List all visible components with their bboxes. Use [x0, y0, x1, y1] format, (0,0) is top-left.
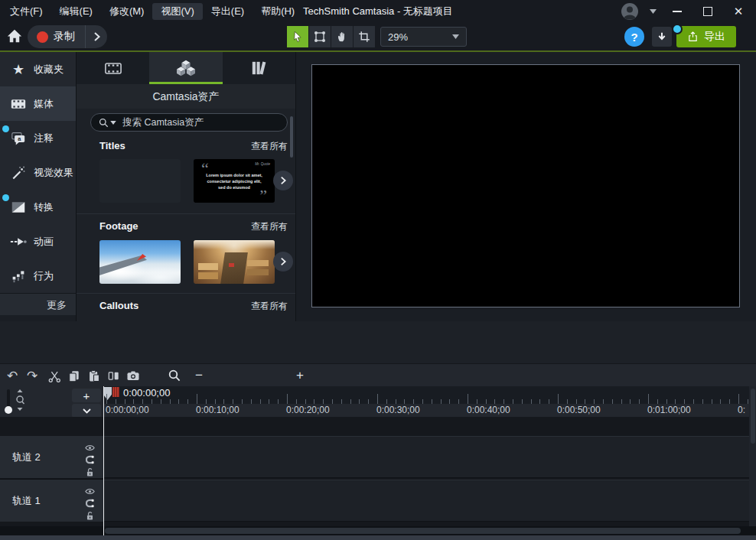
- search-filter-caret-icon: [110, 121, 116, 125]
- sidebar-item-label: 动画: [34, 235, 54, 249]
- pan-tool-button[interactable]: [331, 26, 353, 47]
- sidebar-item-animations[interactable]: 动画: [0, 224, 76, 259]
- home-icon: [6, 28, 23, 44]
- track-name: 轨道 1: [12, 494, 41, 508]
- sidebar-item-behaviors[interactable]: 行为: [0, 259, 76, 293]
- timeline-ruler[interactable]: 0:00:00;00 0:00:00;00 0:00:10;00 0:00:20…: [103, 386, 749, 417]
- split-icon: [107, 369, 120, 382]
- magnet-icon: [86, 455, 94, 464]
- account-caret-icon[interactable]: [650, 9, 657, 14]
- track-header-1[interactable]: 轨道 1: [0, 480, 103, 522]
- notification-dot: [672, 24, 683, 34]
- title-thumbnail-quote[interactable]: Mr. Quote “ ” Lorem ipsum dolor sit amet…: [194, 159, 275, 203]
- view-all-link[interactable]: 查看所有: [251, 220, 288, 233]
- sidebar-item-transitions[interactable]: 转换: [0, 190, 76, 224]
- track-height-slider-handle[interactable]: [5, 406, 12, 414]
- record-more-button[interactable]: [85, 25, 107, 48]
- ruler-labels: 0:00:00;00 0:00:10;00 0:00:20;00 0:00:30…: [103, 404, 749, 417]
- maximize-button[interactable]: [698, 0, 718, 23]
- track-magnet-button[interactable]: [84, 498, 95, 509]
- track-header-2[interactable]: 轨道 2: [0, 436, 103, 479]
- track-height-zoom-icon: [15, 389, 25, 412]
- home-button[interactable]: [5, 26, 24, 46]
- sidebar-item-label: 收藏夹: [34, 63, 64, 76]
- tab-library[interactable]: [223, 52, 295, 84]
- record-button[interactable]: 录制: [28, 30, 85, 44]
- chevron-down-icon: [452, 34, 459, 39]
- transition-icon: [10, 201, 27, 213]
- track-magnet-button[interactable]: [84, 454, 95, 465]
- transform-tool-button[interactable]: [309, 26, 331, 47]
- minimize-button[interactable]: [667, 0, 687, 23]
- sidebar-item-label: 转换: [34, 200, 54, 214]
- footage-thumbnail-sky[interactable]: [99, 240, 181, 284]
- menu-help[interactable]: 帮助(H): [253, 3, 303, 20]
- paste-button[interactable]: [84, 366, 103, 385]
- redo-button[interactable]: ↷: [23, 366, 41, 385]
- copy-button[interactable]: [64, 366, 83, 385]
- timeline-horizontal-scrollbar[interactable]: [0, 526, 756, 535]
- eye-icon: [85, 488, 95, 495]
- sidebar-more-button[interactable]: 更多: [0, 293, 76, 315]
- sidebar-item-annotations[interactable]: a 注释: [0, 121, 76, 155]
- sidebar-item-favorites[interactable]: ★ 收藏夹: [0, 52, 76, 86]
- screenshot-button[interactable]: [124, 366, 142, 385]
- export-label: 导出: [704, 30, 725, 44]
- help-button[interactable]: ?: [624, 27, 644, 47]
- horizontal-scrollbar-thumb[interactable]: [105, 528, 741, 534]
- record-group: 录制: [28, 25, 107, 48]
- sidebar-item-media[interactable]: 媒体: [0, 86, 76, 121]
- menu-edit[interactable]: 编辑(E): [51, 3, 101, 20]
- split-button[interactable]: [104, 366, 122, 385]
- crop-tool-button[interactable]: [354, 26, 375, 47]
- title-thumbnail-blank[interactable]: [99, 159, 181, 203]
- export-button[interactable]: 导出: [676, 26, 736, 47]
- close-quote-glyph: ”: [259, 189, 267, 203]
- download-button[interactable]: [652, 27, 672, 47]
- undo-button[interactable]: ↶: [3, 366, 21, 385]
- playhead-line[interactable]: [103, 386, 104, 535]
- add-track-button[interactable]: +: [72, 389, 101, 402]
- select-tool-button[interactable]: [287, 26, 308, 47]
- track-lock-button[interactable]: [84, 510, 95, 521]
- menu-view[interactable]: 视图(V): [152, 3, 202, 20]
- section-name: Footage: [99, 220, 138, 233]
- animation-arrow-icon: [10, 237, 27, 246]
- sidebar-item-visual-effects[interactable]: 视觉效果: [0, 155, 76, 190]
- footage-scroll-right-button[interactable]: [273, 252, 293, 272]
- assets-search-box[interactable]: [90, 113, 288, 132]
- lock-icon: [86, 511, 94, 521]
- scissors-icon: [47, 369, 60, 382]
- zoom-level-dropdown[interactable]: 29%: [380, 27, 467, 47]
- timeline-toolbar: ↶ ↷ − +: [0, 363, 756, 386]
- track-options-button[interactable]: [72, 404, 101, 418]
- titles-scroll-right-button[interactable]: [273, 171, 293, 190]
- panel-scrollbar[interactable]: [290, 116, 293, 158]
- zoom-out-button[interactable]: −: [190, 366, 208, 385]
- preview-stage[interactable]: [311, 64, 740, 307]
- assets-search-input[interactable]: [121, 116, 279, 128]
- menu-modify[interactable]: 修改(M): [101, 3, 153, 20]
- camera-icon: [126, 369, 140, 382]
- timeline-lanes: [103, 417, 749, 526]
- tab-media-bin[interactable]: [77, 52, 149, 84]
- zoom-in-button[interactable]: +: [291, 366, 309, 385]
- track-visibility-button[interactable]: [84, 486, 95, 496]
- menu-file[interactable]: 文件(F): [2, 3, 51, 20]
- filmstrip-icon: [105, 62, 122, 75]
- avatar-icon: [621, 2, 639, 21]
- lock-icon: [86, 467, 94, 477]
- close-button[interactable]: ✕: [728, 0, 748, 23]
- track-lock-button[interactable]: [84, 467, 95, 477]
- menu-export[interactable]: 导出(E): [203, 3, 253, 20]
- crop-icon: [357, 30, 371, 44]
- view-all-link[interactable]: 查看所有: [251, 300, 288, 312]
- track-visibility-button[interactable]: [84, 442, 95, 453]
- tab-camtasia-assets[interactable]: [149, 52, 222, 84]
- account-avatar[interactable]: [621, 2, 639, 21]
- cut-button[interactable]: [44, 366, 63, 385]
- view-all-link[interactable]: 查看所有: [251, 140, 288, 152]
- timeline-vertical-scrollbar[interactable]: [749, 386, 756, 526]
- footage-thumbnail-mall[interactable]: [194, 240, 275, 284]
- sidebar-item-label: 注释: [34, 132, 54, 145]
